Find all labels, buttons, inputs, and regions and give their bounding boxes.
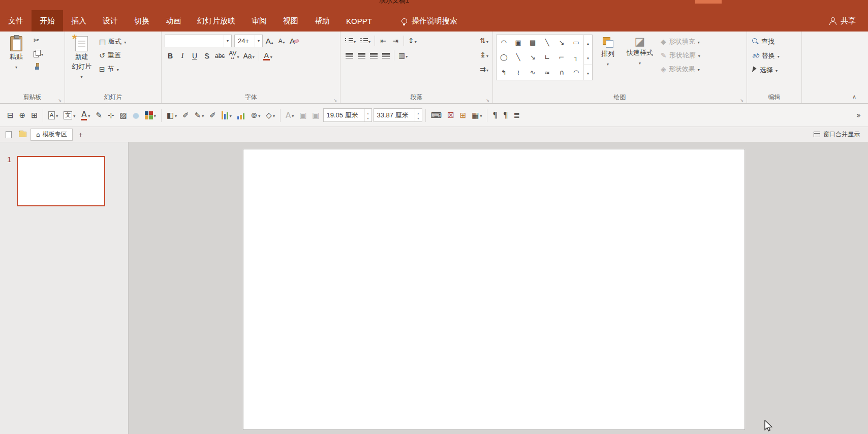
menu-tab-koppt[interactable]: KOPPT — [338, 10, 380, 32]
freeform-shape-icon[interactable]: ◠ — [497, 35, 511, 50]
bullets-button[interactable] — [344, 35, 357, 47]
shrink-font-button[interactable]: A — [276, 35, 287, 47]
spinner-down-icon[interactable] — [365, 115, 371, 120]
sine-shape-icon[interactable]: ∿ — [525, 65, 540, 80]
tell-me-search[interactable]: 操作说明搜索 — [393, 10, 466, 32]
grid-icon[interactable]: ⊞ — [29, 108, 40, 123]
horizontal-textbox-icon[interactable]: A — [46, 108, 60, 123]
layout-button[interactable]: ▤版式 — [97, 36, 128, 47]
menu-tab-design[interactable]: 设计 — [95, 10, 126, 32]
italic-button[interactable]: I — [177, 50, 188, 62]
align-text-button[interactable]: ↨ — [478, 49, 490, 61]
underline-button[interactable]: U — [189, 50, 200, 62]
share-button[interactable]: 共享 — [817, 10, 868, 32]
lead-paragraph-icon[interactable]: ¶ — [490, 108, 500, 123]
columns-button[interactable]: ▥ — [397, 49, 409, 61]
font-name-select[interactable] — [165, 35, 232, 47]
oval-tool-icon[interactable]: ● — [131, 108, 141, 123]
decrease-indent-button[interactable]: ⇤ — [378, 35, 389, 47]
insert-slide-icon[interactable]: ⊞ — [458, 108, 469, 123]
shapes-scroll-down-button[interactable] — [584, 50, 592, 65]
eyedropper-icon[interactable]: ✐ — [180, 108, 191, 123]
quick-styles-button[interactable]: ◪ 快速样式 — [623, 35, 657, 93]
rectangle-shape-icon[interactable]: ▭ — [569, 35, 584, 50]
align-left-button[interactable] — [344, 49, 355, 61]
copy-button[interactable] — [32, 48, 45, 59]
replace-button[interactable]: ab替换 — [750, 50, 798, 61]
align-right-button[interactable] — [368, 49, 379, 61]
menu-tab-animations[interactable]: 动画 — [158, 10, 189, 32]
shape-fill-button[interactable]: ◆形状填充 — [659, 36, 702, 47]
spinner-down-icon[interactable] — [415, 115, 422, 120]
delete-placeholder-icon[interactable]: ☒ — [445, 108, 456, 123]
new-slide-button[interactable]: 新建 幻灯片 — [68, 35, 95, 93]
dialog-launcher-icon[interactable] — [57, 96, 63, 102]
arrow-line-shape-icon[interactable]: ↘ — [554, 35, 569, 50]
menu-tab-transitions[interactable]: 切换 — [126, 10, 158, 32]
character-spacing-button[interactable]: AV↔ — [227, 50, 240, 62]
more-tools-icon[interactable]: » — [854, 108, 863, 123]
convert-smartart-button[interactable]: ⇉ — [478, 63, 490, 75]
shapes-more-button[interactable] — [584, 65, 592, 80]
line-shape-icon[interactable]: ╲ — [540, 35, 555, 50]
format-painter-button[interactable] — [32, 61, 45, 72]
grow-font-button[interactable]: A — [264, 35, 275, 47]
elbow-connector-shape-icon[interactable]: ∟ — [540, 50, 555, 65]
menu-tab-insert[interactable]: 插入 — [63, 10, 95, 32]
reset-button[interactable]: ↺重置 — [97, 49, 128, 61]
curve-shape-icon[interactable]: ◠ — [569, 65, 584, 80]
menu-tab-home[interactable]: 开始 — [32, 10, 63, 32]
shape-effects-button[interactable]: ◈形状效果 — [659, 63, 702, 75]
align-center-button[interactable] — [356, 49, 367, 61]
format-pin-icon[interactable]: ⊹ — [106, 108, 116, 123]
arrow-shape-icon[interactable]: ↘ — [525, 50, 540, 65]
menu-tab-help[interactable]: 帮助 — [306, 10, 338, 32]
line-spacing-button[interactable]: ↕ — [407, 35, 418, 47]
strikethrough-button[interactable]: abc — [213, 50, 226, 62]
spinner-up-icon[interactable] — [415, 110, 422, 115]
shape-height-input[interactable]: 19.05 厘米 — [323, 108, 372, 122]
dialog-launcher-icon[interactable] — [332, 96, 338, 102]
clear-formatting-button[interactable]: A — [288, 35, 300, 47]
justify-button[interactable] — [380, 49, 391, 61]
insert-chart-icon[interactable] — [235, 108, 247, 123]
chevron-down-icon[interactable] — [224, 35, 231, 47]
ungroup-icon[interactable]: ▣ — [310, 108, 321, 123]
tab-template-zone[interactable]: ⌂ 模板专区 — [30, 129, 73, 141]
distribute-columns-icon[interactable]: ≣ — [512, 108, 522, 123]
text-effect-icon[interactable]: A — [284, 108, 296, 123]
chevron-down-icon[interactable] — [255, 35, 262, 47]
menu-tab-review[interactable]: 审阅 — [243, 10, 275, 32]
change-case-button[interactable]: Aa — [242, 50, 256, 62]
font-size-select[interactable]: 24+ — [234, 35, 263, 47]
increase-indent-button[interactable]: ⇥ — [390, 35, 401, 47]
paste-button[interactable]: 粘贴 — [3, 35, 29, 93]
fill-color-icon[interactable]: ◧ — [165, 108, 179, 123]
brush-pen-icon[interactable]: ✎ — [94, 108, 104, 123]
bold-button[interactable]: B — [165, 50, 176, 62]
table-borders-icon[interactable]: ▦ — [470, 108, 484, 123]
arc-shape-icon[interactable]: ∩ — [554, 65, 569, 80]
theme-colors-icon[interactable] — [143, 108, 158, 123]
merge-shapes-icon[interactable]: ⊚ — [249, 108, 263, 123]
shape-width-input[interactable]: 33.87 厘米 — [374, 108, 422, 122]
pipette-icon[interactable]: ✐ — [207, 108, 218, 123]
group-icon[interactable]: ▣ — [297, 108, 308, 123]
shapes-scroll-up-button[interactable] — [584, 35, 592, 50]
slide-thumbnail[interactable] — [17, 156, 105, 206]
elbow-connector2-shape-icon[interactable]: ⌐ — [554, 50, 569, 65]
text-shadow-button[interactable]: S — [201, 50, 212, 62]
section-button[interactable]: ⊟节 — [97, 63, 128, 75]
window-merge-button[interactable]: 窗口合并显示 — [814, 130, 865, 139]
editing-canvas[interactable] — [129, 142, 868, 434]
arrange-button[interactable]: 排列 — [595, 35, 621, 93]
font-color-icon[interactable]: A — [79, 108, 92, 123]
shape-outline-button[interactable]: ✎形状轮廓 — [659, 49, 702, 61]
curved-arrow-shape-icon[interactable]: ↰ — [497, 65, 511, 80]
insert-picture-icon[interactable]: ▨ — [117, 108, 129, 123]
dialog-launcher-icon[interactable] — [485, 96, 490, 102]
scribble-shape-icon[interactable]: ≈ — [540, 65, 555, 80]
text-direction-button[interactable]: ⇅ — [478, 35, 490, 47]
menu-tab-view[interactable]: 视图 — [275, 10, 306, 32]
font-color-button[interactable]: A — [262, 50, 274, 62]
